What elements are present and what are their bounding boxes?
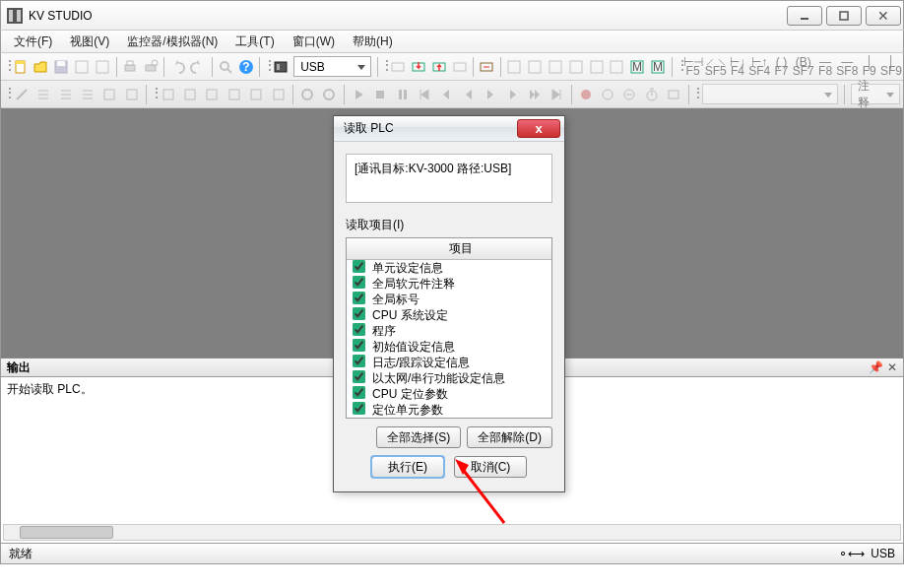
sf9-label[interactable]: │SF9	[880, 56, 902, 78]
pause-icon[interactable]	[392, 84, 412, 105]
list-item[interactable]: 定位单元参数	[347, 402, 551, 418]
toolbar-icon-4[interactable]	[73, 56, 92, 78]
list-item-checkbox[interactable]	[353, 276, 365, 289]
menu-view[interactable]: 视图(V)	[61, 31, 118, 53]
run-icon-3[interactable]	[202, 84, 222, 105]
print-icon[interactable]	[120, 56, 139, 78]
transfer-icon-5[interactable]	[478, 56, 496, 78]
module-icon-6[interactable]	[608, 56, 626, 78]
h-scrollbar[interactable]	[3, 524, 901, 541]
ff-icon[interactable]	[525, 84, 545, 105]
f4-label[interactable]: ⊢↓F4	[729, 56, 747, 78]
menu-help[interactable]: 帮助(H)	[344, 31, 402, 53]
edit-icon-3[interactable]	[55, 84, 75, 105]
cancel-button[interactable]: 取消(C)	[454, 456, 527, 478]
record-icon-2[interactable]	[319, 84, 339, 105]
maximize-button[interactable]	[826, 6, 862, 26]
run-icon-1[interactable]	[158, 84, 177, 105]
sf5-label[interactable]: ⟋⟍SF5	[705, 56, 727, 78]
record-icon[interactable]	[297, 84, 317, 105]
break-icon-3[interactable]	[619, 84, 639, 105]
edit-icon-6[interactable]	[122, 84, 142, 105]
help-icon[interactable]: ?	[237, 56, 256, 78]
menu-window[interactable]: 窗口(W)	[284, 31, 344, 53]
edit-icon-2[interactable]	[33, 84, 53, 105]
transfer-write-icon[interactable]	[429, 56, 448, 78]
list-item-checkbox[interactable]	[353, 260, 365, 273]
list-item[interactable]: 初始值设定信息	[347, 339, 551, 355]
list-item-checkbox[interactable]	[353, 323, 365, 336]
transfer-icon-4[interactable]	[450, 56, 469, 78]
list-item[interactable]: 程序	[347, 323, 551, 339]
list-item-checkbox[interactable]	[353, 307, 365, 320]
sf4-label[interactable]: ⊢↑SF4	[748, 56, 770, 78]
module-icon-3[interactable]	[546, 56, 564, 78]
menu-monitor[interactable]: 监控器/模拟器(N)	[118, 31, 226, 53]
menu-tool[interactable]: 工具(T)	[226, 31, 283, 53]
skip-fwd-icon[interactable]	[547, 84, 566, 105]
dialog-close-button[interactable]: x	[517, 119, 560, 138]
timer-icon-2[interactable]	[664, 84, 683, 105]
minimize-button[interactable]	[787, 6, 822, 26]
sf8-label[interactable]: —SF8	[836, 56, 858, 78]
transfer-icon-1[interactable]	[388, 56, 407, 78]
break-icon[interactable]	[575, 84, 595, 105]
step-fwd-icon-2[interactable]	[502, 84, 522, 105]
step-back-icon-2[interactable]	[459, 84, 479, 105]
stop-icon[interactable]	[370, 84, 390, 105]
f9-label[interactable]: │F9	[860, 56, 878, 78]
select-all-button[interactable]: 全部选择(S)	[376, 426, 461, 448]
edit-icon-4[interactable]	[78, 84, 97, 105]
menu-file[interactable]: 文件(F)	[5, 31, 61, 53]
list-item-checkbox[interactable]	[353, 386, 365, 399]
list-item[interactable]: 以太网/串行功能设定信息	[347, 370, 551, 386]
list-item[interactable]: 日志/跟踪设定信息	[347, 355, 551, 370]
list-item[interactable]: 单元设定信息	[347, 260, 551, 276]
list-item[interactable]: 全局标号	[347, 292, 551, 307]
toolbar-icon-5[interactable]	[94, 56, 112, 78]
list-item-checkbox[interactable]	[353, 292, 365, 304]
step-fwd-icon[interactable]	[481, 84, 500, 105]
list-item[interactable]: 全局软元件注释	[347, 276, 551, 292]
note-combo[interactable]: 注释	[851, 84, 900, 104]
module-icon-4[interactable]	[566, 56, 585, 78]
list-item-checkbox[interactable]	[353, 355, 365, 367]
edit-icon-1[interactable]	[12, 84, 32, 105]
skip-back-icon[interactable]	[415, 84, 434, 105]
redo-icon[interactable]	[189, 56, 208, 78]
break-clear-icon[interactable]	[598, 84, 617, 105]
dialog-titlebar[interactable]: 读取 PLC x	[334, 116, 564, 142]
module-icon-7[interactable]: M	[628, 56, 647, 78]
output-pin-icon[interactable]: 📌	[869, 360, 883, 374]
f7-label[interactable]: ( )F7	[772, 56, 791, 78]
list-item-checkbox[interactable]	[353, 370, 365, 383]
print-preview-icon[interactable]	[141, 56, 160, 78]
run-icon-5[interactable]	[246, 84, 266, 105]
address-combo[interactable]	[702, 84, 838, 104]
run-icon-2[interactable]	[180, 84, 200, 105]
list-item-checkbox[interactable]	[353, 339, 365, 352]
close-button[interactable]: ✕	[866, 6, 901, 26]
undo-icon[interactable]	[168, 56, 187, 78]
execute-button[interactable]: 执行(E)	[371, 456, 444, 478]
output-close-icon[interactable]: ✕	[887, 360, 897, 374]
module-icon-1[interactable]	[505, 56, 524, 78]
clear-all-button[interactable]: 全部解除(D)	[467, 426, 552, 448]
edit-icon-5[interactable]	[99, 84, 119, 105]
connection-combo[interactable]: USB	[293, 56, 370, 77]
sf7-label[interactable]: (B)SF7	[793, 56, 814, 78]
module-icon-5[interactable]	[587, 56, 606, 78]
play-icon[interactable]	[348, 84, 367, 105]
module-icon-8[interactable]: M	[649, 56, 668, 78]
list-item[interactable]: CPU 系统设定	[347, 307, 551, 323]
list-item-checkbox[interactable]	[353, 402, 365, 415]
search-icon[interactable]	[217, 56, 235, 78]
run-icon-4[interactable]	[225, 84, 244, 105]
run-icon-6[interactable]	[268, 84, 288, 105]
timer-icon[interactable]	[642, 84, 662, 105]
module-icon-2[interactable]	[525, 56, 544, 78]
transfer-read-icon[interactable]	[409, 56, 427, 78]
step-back-icon[interactable]	[436, 84, 456, 105]
open-file-icon[interactable]	[32, 56, 50, 78]
f8-label[interactable]: —F8	[816, 56, 835, 78]
